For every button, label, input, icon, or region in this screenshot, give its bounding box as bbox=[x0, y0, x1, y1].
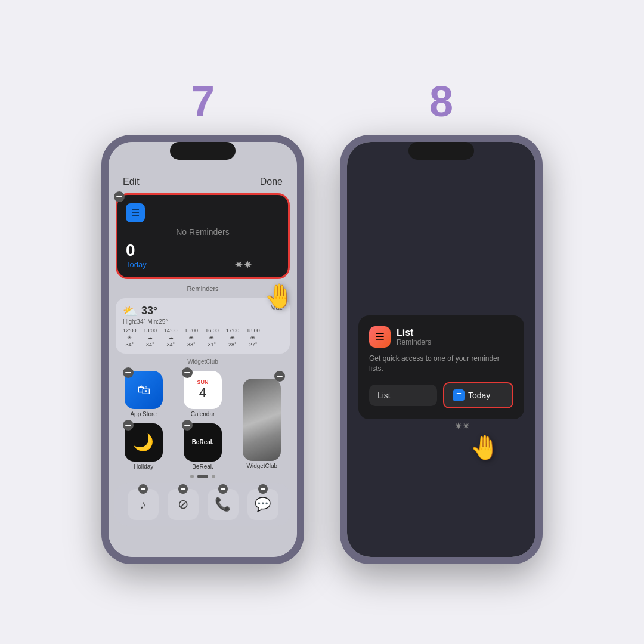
popup-description: Get quick access to one of your reminder… bbox=[369, 354, 513, 374]
dock-7: ♪ ⊘ 📞 💬 bbox=[114, 483, 291, 526]
phone8-screen: ☰ List Reminders Get quick access to one… bbox=[347, 142, 535, 557]
done-button[interactable]: Done bbox=[260, 177, 283, 187]
dynamic-island-8 bbox=[408, 142, 474, 160]
popup-card: ☰ List Reminders Get quick access to one… bbox=[358, 315, 524, 419]
edit-button[interactable]: Edit bbox=[123, 177, 140, 187]
step-8-section: 8 ☰ List Reminders bbox=[340, 80, 543, 564]
widgetclub-app-label: WidgetClub bbox=[246, 463, 277, 469]
app-bereal[interactable]: BeReal. BeReal. bbox=[176, 423, 229, 470]
hand-cursor-7: 🤚 bbox=[264, 282, 294, 310]
app-calendar[interactable]: SUN 4 Calendar bbox=[176, 371, 229, 417]
step-7-number: 7 bbox=[191, 80, 215, 123]
iphone-7-frame: Edit Done ☰ No Reminders 0 Today bbox=[101, 135, 304, 564]
hand-cursor-8: 🤚 bbox=[470, 434, 500, 462]
popup-reminders-icon: ☰ bbox=[369, 326, 391, 348]
popup-options: List ☰ Today bbox=[369, 382, 513, 408]
widgetclub-label: WidgetClub bbox=[109, 358, 297, 365]
today-option-icon: ☰ bbox=[453, 389, 465, 401]
dock-messages[interactable]: 💬 bbox=[247, 489, 278, 520]
dot-3 bbox=[212, 475, 215, 478]
bereal-label: BeReal. bbox=[192, 463, 213, 470]
holiday-label: Holiday bbox=[134, 463, 153, 470]
popup-title-group: List Reminders bbox=[397, 327, 431, 346]
weather-top: ⛅ 33° High:34° Min:25° Mac bbox=[123, 304, 283, 325]
today-label: Today bbox=[468, 391, 490, 400]
dynamic-island-7 bbox=[170, 142, 236, 160]
iphone-8-frame: ☰ List Reminders Get quick access to one… bbox=[340, 135, 543, 564]
popup-option-today[interactable]: ☰ Today bbox=[443, 382, 513, 408]
popup-header: ☰ List Reminders bbox=[369, 326, 513, 348]
widget-header: ☰ bbox=[126, 203, 280, 222]
iphone-7-screen: Edit Done ☰ No Reminders 0 Today bbox=[109, 142, 297, 557]
main-container: 7 Edit Done ☰ bbox=[0, 0, 644, 644]
sparkle-7: ✷✷ bbox=[234, 258, 252, 271]
reminders-widget[interactable]: ☰ No Reminders 0 Today 🤚 ✷✷ bbox=[116, 193, 290, 279]
app-holiday[interactable]: 🌙 Holiday bbox=[117, 423, 170, 470]
app-appstore[interactable]: 🛍 App Store bbox=[117, 371, 170, 417]
step-8-number: 8 bbox=[429, 80, 453, 123]
weather-temp: 33° bbox=[141, 305, 157, 317]
topbar-7: Edit Done bbox=[109, 168, 297, 191]
weather-left: ⛅ 33° High:34° Min:25° bbox=[123, 304, 168, 325]
weather-hours: 12:00☀34° 13:00☁34° 14:00☁34° 15:00⛂33° … bbox=[123, 327, 283, 348]
widget-count: 0 bbox=[126, 242, 280, 260]
apps-grid: 🛍 App Store SUN 4 Calendar bbox=[109, 371, 297, 470]
reminders-icon: ☰ bbox=[126, 203, 145, 222]
page-dots-7 bbox=[109, 475, 297, 478]
dock-music[interactable]: ♪ bbox=[128, 489, 159, 520]
appstore-label: App Store bbox=[130, 411, 156, 417]
popup-title: List bbox=[397, 327, 431, 338]
calendar-label: Calendar bbox=[191, 411, 215, 417]
dock-phone[interactable]: 📞 bbox=[208, 489, 239, 520]
no-reminders-label: No Reminders bbox=[126, 227, 280, 237]
app-widgetclub-large[interactable]: WidgetClub bbox=[236, 371, 289, 470]
dock-safari[interactable]: ⊘ bbox=[168, 489, 199, 520]
widget-today-label: Today bbox=[126, 260, 280, 269]
weather-cloud-icon: ⛅ bbox=[123, 304, 138, 318]
popup-subtitle: Reminders bbox=[397, 338, 431, 346]
sparkle-8: ✷✷ bbox=[454, 420, 470, 432]
dot-1 bbox=[190, 475, 194, 478]
weather-minmax: High:34° Min:25° bbox=[123, 318, 168, 325]
dot-2 bbox=[197, 475, 208, 478]
iphone-8-screen: ☰ List Reminders Get quick access to one… bbox=[347, 142, 535, 557]
step-7-section: 7 Edit Done ☰ bbox=[101, 80, 304, 564]
art-icon bbox=[243, 379, 281, 461]
popup-option-list[interactable]: List bbox=[369, 385, 437, 406]
widget-minus-btn[interactable] bbox=[114, 191, 125, 202]
